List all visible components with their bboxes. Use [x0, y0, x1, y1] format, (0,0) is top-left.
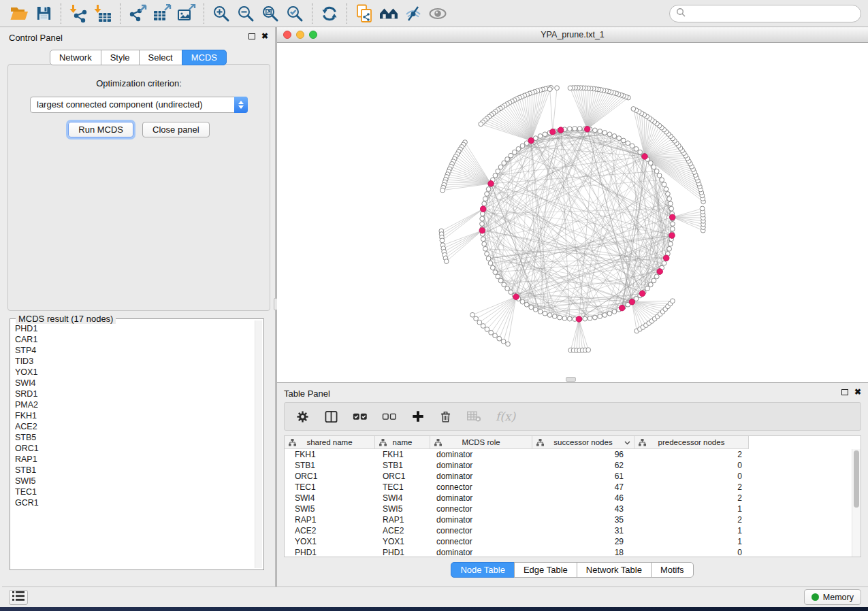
mcds-result-item[interactable]: YOX1 [15, 367, 251, 378]
cell-mcds-role: dominator [430, 461, 532, 470]
zoom-in-icon[interactable] [209, 2, 234, 25]
delete-column-icon[interactable] [439, 410, 452, 423]
table-row[interactable]: SWI4SWI4dominator462 [285, 493, 861, 503]
table-row[interactable]: FKH1FKH1dominator962 [285, 449, 861, 460]
import-table-icon[interactable] [91, 2, 115, 25]
cytoscape-window: Control Panel ✖ NetworkStyleSelectMCDS O… [0, 0, 868, 607]
mcds-result-item[interactable]: TEC1 [15, 486, 251, 497]
mcds-result-item[interactable]: FKH1 [15, 410, 251, 421]
mcds-list-scrollbar[interactable] [255, 320, 262, 568]
zoom-out-icon[interactable] [234, 2, 258, 25]
mcds-result-item[interactable]: SRD1 [15, 389, 251, 399]
mcds-result-item[interactable]: SWI4 [15, 378, 251, 389]
run-mcds-button[interactable]: Run MCDS [68, 122, 133, 137]
cell-mcds-role: dominator [430, 515, 532, 525]
select-all-icon[interactable] [353, 409, 368, 424]
tab-network[interactable]: Network [50, 50, 101, 65]
add-column-icon[interactable] [411, 410, 425, 423]
mcds-result-item[interactable]: SWI5 [15, 476, 251, 486]
memory-button[interactable]: Memory [804, 589, 861, 605]
tab-edge-table[interactable]: Edge Table [514, 562, 577, 578]
tab-style[interactable]: Style [101, 50, 140, 65]
minimize-window-icon[interactable] [296, 31, 304, 39]
refresh-icon[interactable] [317, 2, 342, 25]
close-window-icon[interactable] [283, 31, 291, 39]
cell-successor-nodes: 62 [532, 461, 634, 470]
export-table-icon[interactable] [150, 2, 174, 25]
table-row[interactable]: PHD1PHD1dominator180 [285, 547, 861, 557]
table-row[interactable]: SWI5SWI5connector431 [285, 503, 861, 514]
close-panel-button[interactable]: Close panel [142, 122, 210, 137]
criterion-dropdown[interactable]: largest connected component (undirected) [30, 97, 248, 113]
zoom-fit-icon[interactable] [258, 2, 283, 25]
mcds-result-item[interactable]: RAP1 [15, 454, 251, 465]
export-image-icon[interactable] [174, 2, 199, 25]
column-header-successor-nodes[interactable]: successor nodes [532, 436, 634, 449]
cell-shared-name: STB1 [285, 461, 375, 470]
table-scrollbar[interactable] [852, 449, 861, 557]
cell-successor-nodes: 35 [532, 515, 634, 525]
tab-node-table[interactable]: Node Table [451, 562, 515, 578]
show-columns-icon[interactable] [324, 410, 338, 424]
table-row[interactable]: TEC1TEC1connector472 [285, 482, 861, 493]
cell-predecessor-nodes: 2 [634, 482, 749, 492]
close-panel-icon[interactable]: ✖ [261, 33, 268, 39]
tab-select[interactable]: Select [139, 50, 182, 65]
network-canvas[interactable] [277, 43, 868, 383]
search-input[interactable] [690, 8, 854, 18]
table-row[interactable]: YOX1YOX1connector291 [285, 536, 861, 547]
cell-mcds-role: dominator [430, 548, 532, 557]
column-header-mcds-role[interactable]: MCDS role [430, 436, 532, 449]
network-titlebar[interactable]: YPA_prune.txt_1 [277, 27, 868, 43]
mcds-result-item[interactable]: GCR1 [15, 497, 251, 508]
cell-shared-name: SWI4 [285, 493, 375, 503]
canvas-splitter-handle[interactable] [566, 377, 576, 382]
import-network-icon[interactable] [66, 2, 91, 25]
table-row[interactable]: STB1STB1dominator620 [285, 460, 861, 471]
deselect-all-icon[interactable] [382, 409, 397, 424]
mcds-result-title: MCDS result (17 nodes) [16, 314, 116, 324]
save-session-icon[interactable] [31, 2, 56, 25]
toolbar-separator [61, 3, 61, 24]
export-network-icon[interactable] [125, 2, 150, 25]
mcds-result-item[interactable]: CAR1 [15, 334, 251, 345]
zoom-selected-icon[interactable] [283, 2, 307, 25]
task-history-button[interactable] [9, 590, 28, 605]
maximize-window-icon[interactable] [309, 31, 317, 39]
table-scrollbar-thumb[interactable] [854, 450, 859, 508]
hide-selected-icon[interactable] [401, 2, 425, 25]
cell-name: PHD1 [375, 548, 430, 557]
settings-gear-icon[interactable] [295, 410, 310, 424]
search-box[interactable] [669, 5, 861, 22]
mcds-result-item[interactable]: PMA2 [15, 399, 251, 410]
cell-predecessor-nodes: 0 [634, 461, 749, 470]
close-table-panel-icon[interactable]: ✖ [854, 389, 861, 395]
mcds-result-item[interactable]: STP4 [15, 345, 251, 356]
function-builder-icon: f(x) [496, 410, 515, 423]
column-header-predecessor-nodes[interactable]: predecessor nodes [634, 436, 749, 449]
float-table-panel-icon[interactable] [841, 389, 848, 395]
column-header-name[interactable]: name [375, 436, 430, 449]
houses-icon[interactable] [376, 2, 401, 25]
mcds-result-item[interactable]: TID3 [15, 356, 251, 367]
network-graph[interactable] [277, 43, 868, 382]
table-row[interactable]: RAP1RAP1dominator352 [285, 514, 861, 525]
table-row[interactable]: ACE2ACE2connector311 [285, 525, 861, 536]
mcds-result-list[interactable]: PHD1CAR1STP4TID3YOX1SWI4SRD1PMA2FKH1ACE2… [15, 323, 251, 567]
column-header-shared-name[interactable]: shared name [285, 436, 375, 449]
toolbar-separator [120, 3, 120, 24]
tab-mcds[interactable]: MCDS [182, 50, 227, 65]
show-all-icon[interactable] [425, 2, 450, 25]
float-panel-icon[interactable] [248, 33, 255, 39]
tab-motifs[interactable]: Motifs [651, 562, 694, 578]
mcds-result-item[interactable]: STB1 [15, 465, 251, 476]
mcds-result-item[interactable]: PHD1 [15, 323, 251, 334]
mcds-result-item[interactable]: ACE2 [15, 421, 251, 432]
open-file-icon[interactable] [7, 2, 31, 25]
tab-network-table[interactable]: Network Table [577, 562, 652, 578]
clone-network-icon[interactable] [352, 2, 376, 25]
cell-mcds-role: connector [430, 482, 532, 492]
mcds-result-item[interactable]: ORC1 [15, 443, 251, 454]
table-row[interactable]: ORC1ORC1dominator610 [285, 471, 861, 482]
mcds-result-item[interactable]: STB5 [15, 432, 251, 443]
